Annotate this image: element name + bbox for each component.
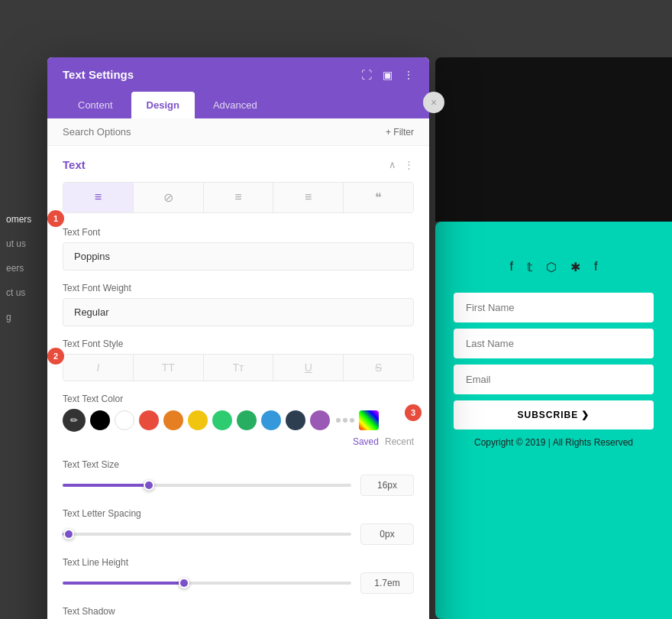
text-font-row: Text Font Poppins [63, 227, 414, 271]
social-icon-dribbble[interactable]: ✱ [570, 260, 580, 274]
text-size-slider-container [63, 475, 414, 496]
color-saved-recent: Saved Recent [353, 436, 414, 447]
panel-header: Text Settings ⛶ ▣ ⋮ [47, 57, 429, 92]
settings-panel: Text Settings ⛶ ▣ ⋮ Content Design Advan… [47, 57, 429, 619]
saved-link[interactable]: Saved [353, 436, 379, 447]
text-font-style-row: Text Font Style I TT Tт U S [63, 339, 414, 381]
color-swatch-orange[interactable] [163, 410, 183, 430]
color-picker-button[interactable]: ✏ [63, 409, 86, 432]
section-more-icon[interactable]: ⋮ [404, 159, 414, 170]
text-font-style-label: Text Font Style [63, 339, 414, 349]
more-icon[interactable]: ⋮ [403, 69, 414, 81]
side-nav-item-contact[interactable]: ct us [6, 287, 31, 298]
color-swatch-purple[interactable] [310, 410, 330, 430]
alignment-buttons: ≡ ⊘ ≡ ≡ ❝ [63, 182, 414, 213]
text-font-weight-row: Text Font Weight Regular [63, 283, 414, 326]
text-font-label: Text Font [63, 227, 414, 238]
subscribe-button[interactable]: SUBSCRIBE ❯ [454, 400, 654, 429]
side-nav-item-about[interactable]: ut us [6, 238, 31, 249]
resize-icon[interactable]: ⛶ [361, 69, 372, 81]
color-swatch-yellow[interactable] [188, 410, 208, 430]
recent-link[interactable]: Recent [385, 436, 414, 447]
text-size-label: Text Text Size [63, 459, 414, 470]
side-nav-item-blog[interactable]: g [6, 312, 31, 322]
align-justify-button[interactable]: ❝ [344, 183, 413, 212]
underline-button[interactable]: U [273, 355, 344, 381]
tab-design[interactable]: Design [131, 92, 195, 118]
letter-spacing-input[interactable] [360, 523, 414, 545]
filter-button[interactable]: + Filter [386, 127, 414, 138]
color-swatch-white[interactable] [115, 410, 134, 430]
line-height-slider-container [63, 572, 414, 594]
side-nav-item-omers[interactable]: omers [6, 214, 31, 225]
side-nav-item-careers[interactable]: eers [6, 263, 31, 274]
color-swatch-black[interactable] [90, 410, 110, 430]
color-gradient-swatch[interactable] [359, 410, 379, 430]
section-header: Text ∧ ⋮ [63, 158, 414, 171]
text-shadow-label: Text Shadow [63, 606, 414, 617]
badge-1: 1 [47, 210, 64, 227]
tab-content[interactable]: Content [63, 92, 128, 118]
email-field[interactable] [454, 365, 654, 394]
letter-spacing-thumb[interactable] [63, 529, 74, 540]
color-swatch-red[interactable] [139, 410, 159, 430]
color-swatch-blue[interactable] [261, 410, 281, 430]
search-bar: + Filter [47, 118, 429, 146]
panel-body: Text ∧ ⋮ ≡ ⊘ ≡ ≡ ❝ Text Font Poppins Tex… [47, 146, 429, 619]
social-icons-row: f 𝕥 ⬡ ✱ f [454, 260, 654, 274]
section-title: Text [63, 158, 86, 171]
background-black-top [435, 57, 672, 222]
color-swatch-dark-blue[interactable] [286, 410, 305, 430]
align-right-button[interactable]: ≡ [273, 183, 344, 212]
badge-2: 2 [47, 348, 64, 365]
last-name-field[interactable] [454, 329, 654, 358]
text-font-weight-label: Text Font Weight [63, 283, 414, 293]
close-button[interactable]: × [423, 92, 444, 113]
side-nav: omers ut us eers ct us g [6, 214, 31, 322]
teal-panel: f 𝕥 ⬡ ✱ f SUBSCRIBE ❯ Copyright © 2019 |… [435, 229, 672, 466]
color-swatches-container: ✏ Saved Recent [63, 409, 414, 447]
text-size-track[interactable] [63, 484, 351, 487]
strikethrough-button[interactable]: S [344, 355, 413, 381]
capitalize-button[interactable]: Tт [204, 355, 274, 381]
badge-3: 3 [405, 404, 422, 421]
line-height-input[interactable] [360, 572, 414, 594]
line-height-fill [63, 582, 184, 585]
italic-button[interactable]: I [63, 355, 134, 381]
text-color-row: Text Text Color ✏ [63, 394, 414, 447]
line-height-row: Text Line Height [63, 557, 414, 594]
first-name-field[interactable] [454, 293, 654, 322]
letter-spacing-label: Text Letter Spacing [63, 508, 414, 519]
align-none-button[interactable]: ⊘ [134, 183, 204, 212]
letter-spacing-track[interactable] [63, 533, 351, 536]
color-more-dots [336, 418, 354, 423]
tab-advanced[interactable]: Advanced [198, 92, 273, 118]
align-left-button[interactable]: ≡ [63, 183, 134, 212]
social-icon-facebook1[interactable]: f [510, 260, 513, 274]
text-font-weight-select[interactable]: Regular [63, 298, 414, 326]
search-input[interactable] [63, 126, 386, 138]
section-controls: ∧ ⋮ [389, 159, 414, 170]
text-size-fill [63, 484, 149, 487]
social-icon-instagram[interactable]: ⬡ [546, 260, 557, 274]
line-height-thumb[interactable] [179, 578, 189, 588]
uppercase-button[interactable]: TT [134, 355, 204, 381]
panel-title: Text Settings [63, 68, 134, 81]
header-icons: ⛶ ▣ ⋮ [361, 69, 414, 81]
tabs: Content Design Advanced [47, 92, 429, 118]
align-center-button[interactable]: ≡ [204, 183, 274, 212]
collapse-icon[interactable]: ∧ [389, 159, 396, 170]
text-shadow-row: Text Shadow [63, 606, 414, 617]
social-icon-facebook2[interactable]: f [594, 260, 597, 274]
color-swatch-green-light[interactable] [212, 410, 232, 430]
text-font-select[interactable]: Poppins [63, 242, 414, 271]
sidebar-icon[interactable]: ▣ [383, 69, 393, 81]
text-size-input[interactable] [360, 475, 414, 496]
text-size-row: Text Text Size [63, 459, 414, 496]
line-height-track[interactable] [63, 582, 351, 585]
color-swatch-green[interactable] [237, 410, 257, 430]
social-icon-twitter[interactable]: 𝕥 [527, 260, 532, 274]
letter-spacing-slider-container [63, 523, 414, 545]
letter-spacing-row: Text Letter Spacing [63, 508, 414, 545]
text-size-thumb[interactable] [144, 480, 154, 491]
